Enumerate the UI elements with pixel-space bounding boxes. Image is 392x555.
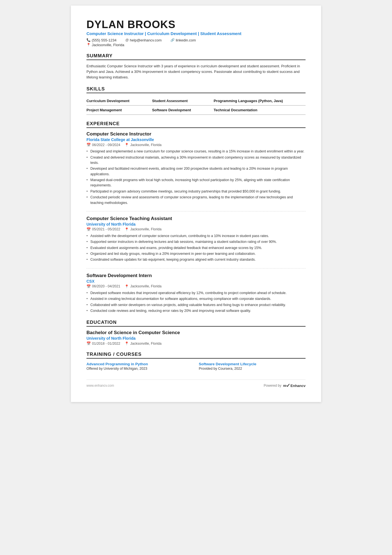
bullet-item: Assisted in creating technical documenta… [86, 296, 306, 302]
skills-section: SKILLS Curriculum DevelopmentStudent Ass… [86, 86, 306, 115]
education-section: EDUCATION Bachelor of Science in Compute… [86, 320, 306, 346]
training-item: Software Development LifecycleProvided b… [199, 362, 306, 371]
bullet-item: Assisted with the development of compute… [86, 233, 306, 239]
bullet-item: Developed and facilitated recruitment ev… [86, 166, 306, 177]
summary-title: SUMMARY [86, 53, 306, 60]
location-row: 📍 Jacksonville, Florida [86, 43, 306, 47]
experience-entry: Software Development InternCSX📅 06/2020 … [86, 268, 306, 314]
bullet-item: Developed software modules that improved… [86, 290, 306, 296]
education-entry: Bachelor of Science in Computer ScienceU… [86, 330, 306, 346]
candidate-name: DYLAN BROOKS [86, 19, 306, 31]
calendar-icon2: 📅 [86, 341, 91, 346]
skill-item: Software Development [152, 106, 214, 115]
bullet-list: Designed and implemented a new curriculu… [86, 149, 306, 206]
enhancv-logo: ∞✓ Enhancv [283, 383, 306, 389]
school-name: University of North Florida [86, 336, 306, 341]
skill-item: Curriculum Development [86, 97, 152, 106]
training-title: TRAINING / COURSES [86, 352, 306, 359]
training-item-sub: Offered by University of Michigan, 2023 [86, 367, 193, 371]
summary-section: SUMMARY Enthusiastic Computer Science In… [86, 53, 306, 80]
bullet-item: Evaluated student assignments and exams,… [86, 245, 306, 251]
experience-entries: Computer Science InstructorFlorida State… [86, 131, 306, 314]
brand-name: Enhancv [291, 384, 306, 388]
location-icon: 📍 [86, 43, 91, 47]
bullet-list: Developed software modules that improved… [86, 290, 306, 314]
location-value: Jacksonville, Florida [92, 43, 124, 47]
bullet-item: Supported senior instructors in deliveri… [86, 239, 306, 245]
skill-item: Student Assessment [152, 97, 214, 106]
bullet-item: Participated in program advisory committ… [86, 189, 306, 194]
loc-icon2: 📍 [125, 341, 129, 346]
bullet-item: Organized and led study groups, resultin… [86, 251, 306, 256]
training-item-sub: Provided by Coursera, 2022 [199, 367, 306, 371]
summary-text: Enthusiastic Computer Science Instructor… [86, 63, 306, 80]
bullet-item: Conducted periodic review and assessment… [86, 195, 306, 206]
company-name: University of North Florida [86, 222, 306, 226]
resume-page: DYLAN BROOKS Computer Science Instructor… [71, 6, 321, 402]
edu-location: 📍 Jacksonville, Florida [125, 341, 162, 346]
header: DYLAN BROOKS Computer Science Instructor… [86, 19, 306, 47]
job-title: Computer Science Teaching Assistant [86, 216, 306, 221]
bullet-list: Assisted with the development of compute… [86, 233, 306, 263]
dates-item: 📅 06/2022 - 09/2024 [86, 143, 120, 147]
loc-icon: 📍 [125, 143, 129, 147]
location-item: 📍 Jacksonville, Florida [86, 43, 124, 47]
location-item: 📍 Jacksonville, Florida [125, 284, 162, 288]
training-item-title: Software Development Lifecycle [199, 362, 306, 366]
bullet-item: Collaborated with senior developers on v… [86, 302, 306, 308]
calendar-icon: 📅 [86, 227, 91, 231]
exp-meta: 📅 06/2020 - 04/2021 📍 Jacksonville, Flor… [86, 284, 306, 288]
linkedin-icon: 🔗 [170, 38, 175, 42]
linkedin-value: linkedin.com [176, 38, 196, 42]
exp-meta: 📅 05/2021 - 05/2022 📍 Jacksonville, Flor… [86, 227, 306, 231]
company-name: Florida State College at Jacksonville [86, 137, 306, 142]
edu-dates: 📅 01/2018 - 01/2022 [86, 341, 120, 346]
phone-item: 📞 (555) 555-1234 [86, 38, 116, 42]
loc-icon: 📍 [125, 227, 129, 231]
bullet-item: Created and delivered instructional mate… [86, 155, 306, 166]
education-title: EDUCATION [86, 320, 306, 327]
skills-title: SKILLS [86, 86, 306, 93]
enhancv-icon: ∞✓ [283, 383, 290, 389]
experience-title: EXPERIENCE [86, 121, 306, 128]
job-title: Software Development Intern [86, 273, 306, 278]
training-item-title: Advanced Programming in Python [86, 362, 193, 366]
company-name: CSX [86, 279, 306, 283]
skill-item: Project Management [86, 106, 152, 115]
exp-meta: 📅 06/2022 - 09/2024 📍 Jacksonville, Flor… [86, 143, 306, 147]
candidate-title: Computer Science Instructor | Curriculum… [86, 31, 306, 36]
bullet-item: Coordinated software updates for lab equ… [86, 257, 306, 262]
powered-by-label: Powered by [264, 384, 281, 388]
calendar-icon: 📅 [86, 143, 91, 147]
edu-meta: 📅 01/2018 - 01/2022 📍 Jacksonville, Flor… [86, 341, 306, 346]
bullet-item: Conducted code reviews and testing, redu… [86, 308, 306, 314]
training-item: Advanced Programming in PythonOffered by… [86, 362, 193, 371]
footer: www.enhancv.com Powered by ∞✓ Enhancv [86, 379, 306, 389]
dates-item: 📅 05/2021 - 05/2022 [86, 227, 120, 231]
contact-row: 📞 (555) 555-1234 @ help@enhancv.com 🔗 li… [86, 38, 306, 42]
email-value: help@enhancv.com [130, 38, 162, 42]
experience-entry: Computer Science Teaching AssistantUnive… [86, 211, 306, 263]
footer-website: www.enhancv.com [86, 384, 114, 388]
footer-brand: Powered by ∞✓ Enhancv [264, 383, 306, 389]
experience-entry: Computer Science InstructorFlorida State… [86, 131, 306, 206]
calendar-icon: 📅 [86, 284, 91, 288]
location-item: 📍 Jacksonville, Florida [125, 143, 162, 147]
skills-grid: Curriculum DevelopmentStudent Assessment… [86, 97, 306, 115]
job-title: Computer Science Instructor [86, 131, 306, 137]
email-item: @ help@enhancv.com [125, 38, 162, 42]
skill-item: Technical Documentation [214, 106, 306, 115]
phone-value: (555) 555-1234 [92, 38, 116, 42]
bullet-item: Managed dual-credit programs with local … [86, 177, 306, 188]
linkedin-item: 🔗 linkedin.com [170, 38, 196, 42]
experience-section: EXPERIENCE Computer Science InstructorFl… [86, 121, 306, 314]
degree-title: Bachelor of Science in Computer Science [86, 330, 306, 336]
email-icon: @ [125, 38, 129, 42]
training-section: TRAINING / COURSES Advanced Programming … [86, 352, 306, 371]
loc-icon: 📍 [125, 284, 129, 288]
location-item: 📍 Jacksonville, Florida [125, 227, 162, 231]
dates-item: 📅 06/2020 - 04/2021 [86, 284, 120, 288]
bullet-item: Designed and implemented a new curriculu… [86, 149, 306, 154]
skill-item: Programming Languages (Python, Java) [214, 97, 306, 106]
education-entries: Bachelor of Science in Computer ScienceU… [86, 330, 306, 346]
